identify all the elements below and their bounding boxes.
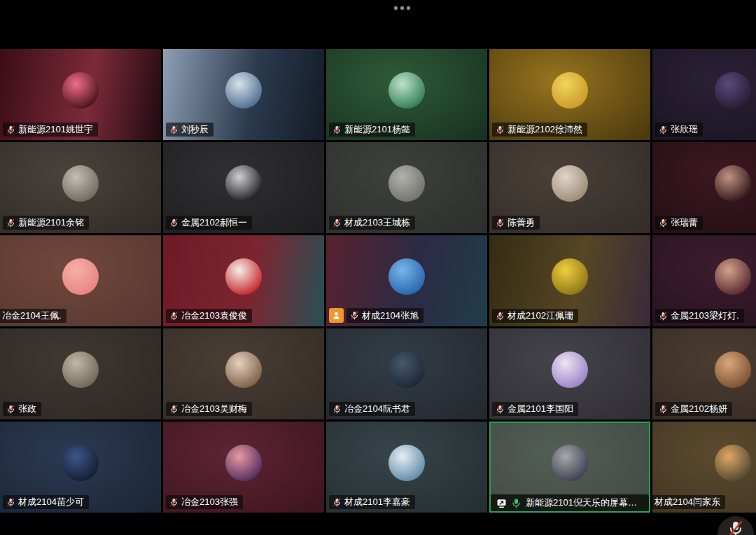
mic-muted-icon [169, 218, 178, 228]
participant-tile[interactable]: 金属2102杨妍 [652, 328, 756, 419]
avatar [715, 165, 751, 202]
name-label: 材成2102江佩珊 [492, 309, 578, 323]
name-label: 新能源2101倪天乐的屏幕共享 [491, 494, 649, 511]
name-label-row: 冶金2104王佩. [0, 309, 66, 323]
mic-muted-icon [169, 312, 178, 321]
mic-muted-icon [332, 498, 342, 507]
participant-name: 材成2104张旭 [362, 310, 419, 321]
avatar [225, 165, 262, 202]
participant-tile[interactable]: 金属2103梁灯灯. [652, 235, 756, 326]
name-label-row: 新能源2101杨懿 [329, 123, 415, 137]
participant-name: 冶金2104王佩. [2, 310, 62, 321]
participant-tile[interactable]: 张欣瑶 [652, 49, 756, 140]
participant-tile[interactable]: 张瑞蕾 [652, 142, 756, 233]
avatar [552, 165, 588, 202]
name-label: 张政 [3, 402, 41, 416]
name-label-row: 刘秒辰 [166, 123, 214, 137]
participant-tile[interactable]: 材成2104闫家东 [652, 422, 756, 513]
name-label-row: 冶金2103吴财梅 [166, 402, 252, 416]
participant-tile[interactable]: 材成2104张旭 [326, 235, 487, 326]
attendee-badge-icon [329, 308, 344, 323]
more-options-indicator[interactable] [394, 6, 410, 10]
name-label: 新能源2102徐沛然 [492, 123, 587, 137]
avatar [62, 72, 99, 109]
participant-tile[interactable]: 新能源2102徐沛然 [489, 49, 650, 140]
mic-muted-icon [496, 405, 505, 414]
participant-name: 材成2102江佩珊 [507, 310, 573, 321]
participant-name: 材成2104闫家东 [654, 496, 720, 508]
mic-muted-icon [350, 311, 359, 320]
dot-icon [400, 6, 404, 10]
participant-tile[interactable]: 材成2101李嘉豪 [326, 422, 487, 513]
mic-active-icon [511, 498, 522, 508]
mic-muted-icon [659, 312, 668, 321]
participant-tile[interactable]: 刘秒辰 [163, 49, 324, 140]
name-label-row: 材成2104苗少可 [3, 495, 89, 509]
name-label: 张瑞蕾 [655, 216, 703, 230]
mic-muted-icon [659, 218, 668, 228]
mic-muted-icon [659, 405, 668, 414]
participant-tile[interactable]: 陈善勇 [489, 142, 650, 233]
name-label: 新能源2101杨懿 [329, 123, 415, 137]
avatar [552, 72, 588, 109]
participant-tile[interactable]: 冶金2104阮书君 [326, 328, 487, 419]
avatar [552, 445, 588, 481]
name-label: 新能源2101姚世宇 [3, 123, 98, 137]
mic-muted-icon [332, 218, 342, 228]
avatar [552, 258, 588, 295]
participant-tile[interactable]: 张政 [0, 328, 161, 419]
dot-icon [407, 6, 410, 10]
name-label-row: 新能源2102徐沛然 [492, 123, 587, 137]
name-label-row: 金属2103梁灯灯. [655, 309, 744, 323]
participant-tile[interactable]: 金属2101李国阳 [489, 328, 650, 419]
name-label-row: 材成2102江佩珊 [492, 309, 578, 323]
participant-tile[interactable]: 冶金2103张强 [163, 422, 324, 513]
participant-name: 张政 [18, 403, 36, 415]
meeting-stage: 新能源2101姚世宇 [0, 0, 756, 535]
participant-tile[interactable]: 新能源2101倪天乐的屏幕共享 [489, 422, 650, 513]
name-label: 新能源2101余铭 [3, 216, 89, 230]
name-label: 冶金2103吴财梅 [166, 402, 252, 416]
participant-tile[interactable]: 新能源2101姚世宇 [0, 49, 161, 140]
mic-muted-icon [496, 125, 505, 134]
name-label-row: 冶金2103袁俊俊 [166, 309, 252, 323]
participant-tile[interactable]: 新能源2101杨懿 [326, 49, 487, 140]
screen-share-icon [496, 498, 507, 508]
name-label: 陈善勇 [492, 216, 540, 230]
participant-name: 张欣瑶 [671, 124, 698, 135]
participant-tile[interactable]: 冶金2104王佩. [0, 235, 161, 326]
mic-muted-icon [332, 125, 342, 134]
name-label-row: 新能源2101姚世宇 [3, 123, 98, 137]
avatar [62, 445, 99, 481]
participant-name: 刘秒辰 [181, 124, 209, 135]
avatar [388, 72, 425, 109]
name-label-row: 材成2104闫家东 [652, 495, 725, 509]
participant-tile[interactable]: 材成2103王城栋 [326, 142, 487, 233]
name-label-row: 金属2101李国阳 [492, 402, 578, 416]
avatar [715, 258, 751, 295]
mic-toggle-button[interactable] [718, 516, 754, 535]
participant-tile[interactable]: 新能源2101余铭 [0, 142, 161, 233]
name-label-row: 张欣瑶 [655, 123, 703, 137]
participant-tile[interactable]: 冶金2103袁俊俊 [163, 235, 324, 326]
mic-muted-icon [6, 498, 15, 507]
participant-name: 金属2102郝恒一 [181, 217, 247, 228]
participant-tile[interactable]: 材成2102江佩珊 [489, 235, 650, 326]
name-label: 刘秒辰 [166, 123, 214, 137]
name-label: 材成2104闫家东 [652, 495, 725, 509]
mic-muted-icon [496, 218, 505, 228]
mic-muted-icon [6, 125, 15, 134]
mic-muted-icon [169, 498, 178, 507]
participant-tile[interactable]: 材成2104苗少可 [0, 422, 161, 513]
avatar [62, 165, 99, 202]
avatar [62, 352, 99, 388]
mic-muted-icon [727, 520, 744, 535]
participant-name: 新能源2101杨懿 [344, 124, 410, 135]
participant-tile[interactable]: 金属2102郝恒一 [163, 142, 324, 233]
name-label-row: 金属2102郝恒一 [166, 216, 252, 230]
name-label-row: 冶金2103张强 [166, 495, 243, 509]
name-label-row: 张瑞蕾 [655, 216, 703, 230]
name-label: 金属2102郝恒一 [166, 216, 252, 230]
name-label-row: 新能源2101余铭 [3, 216, 89, 230]
participant-tile[interactable]: 冶金2103吴财梅 [163, 328, 324, 419]
